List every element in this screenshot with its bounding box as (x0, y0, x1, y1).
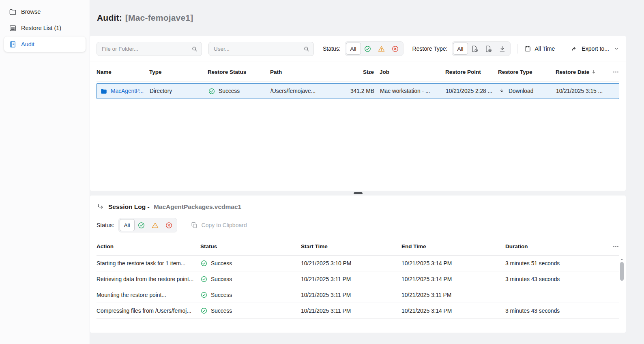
file-search-input[interactable] (97, 42, 202, 56)
file-clock-icon (471, 45, 479, 53)
file-search (97, 42, 202, 56)
status-filter-success-button[interactable] (361, 43, 375, 55)
splitter-handle[interactable] (354, 192, 363, 194)
file-plus-icon (485, 45, 492, 53)
scrollbar-thumb[interactable] (620, 262, 624, 281)
app-window: Browse Restore List (1) Audit Audit: [Ma… (0, 0, 644, 344)
more-options-icon (612, 69, 619, 75)
success-icon (200, 291, 208, 299)
sidebar: Browse Restore List (1) Audit (0, 0, 90, 344)
restore-type-all-button[interactable]: All (453, 43, 468, 55)
status-text: Success (211, 260, 232, 267)
restore-type-text: Download (509, 88, 533, 94)
column-header-size[interactable]: Size (347, 69, 380, 75)
page-title-prefix: Audit: (97, 13, 122, 23)
end-time-cell: 10/21/2025 3:14 PM (401, 308, 505, 314)
start-time-cell: 10/21/2025 3:10 PM (301, 260, 401, 267)
status-filter-error-button[interactable] (389, 43, 402, 55)
download-icon (498, 88, 505, 95)
column-header-name[interactable]: Name (97, 69, 149, 75)
column-options-header[interactable] (608, 69, 619, 75)
list-item[interactable]: Compressing files from /Users/femoj... S… (97, 303, 619, 319)
success-icon (364, 45, 371, 53)
success-icon (200, 275, 208, 283)
restore-point-cell: 10/21/2025 2:28 ... (446, 88, 498, 94)
list-item[interactable]: Mounting the restore point... Success 10… (97, 287, 619, 303)
page-title-target: [Mac-femojave1] (125, 13, 193, 23)
column-header-action[interactable]: Action (97, 243, 200, 249)
success-icon (200, 260, 208, 267)
audit-toolbar: Status: All Restore Type: All (90, 36, 626, 62)
user-search-input[interactable] (208, 42, 314, 56)
column-header-end-time[interactable]: End Time (401, 243, 505, 249)
status-cell: Success (200, 260, 301, 267)
restore-status-cell: Success (208, 88, 270, 95)
status-cell: Success (200, 307, 301, 314)
more-options-icon (612, 243, 619, 250)
status-text: Success (211, 292, 232, 298)
caret-up-icon (620, 257, 624, 262)
restore-type-filter-label: Restore Type: (412, 45, 448, 52)
column-header-duration[interactable]: Duration (505, 243, 603, 249)
session-status-filter-group: All (118, 218, 177, 232)
panel-splitter[interactable] (90, 191, 626, 196)
column-header-path[interactable]: Path (270, 69, 347, 75)
session-log-header: Session Log - MacAgentPackages.vcdmac1 (90, 196, 626, 212)
end-time-cell: 10/21/2025 3:11 PM (401, 292, 505, 298)
restore-type-restore-button[interactable] (468, 43, 482, 55)
column-header-start-time[interactable]: Start Time (301, 243, 401, 249)
sort-descending-icon (591, 69, 597, 75)
column-header-restore-point[interactable]: Restore Point (445, 69, 498, 75)
filters-divider (184, 220, 184, 230)
column-header-status[interactable]: Status (200, 243, 301, 249)
duration-cell: 3 minutes 51 seconds (505, 260, 603, 267)
column-header-restore-status[interactable]: Restore Status (208, 69, 270, 75)
column-header-type[interactable]: Type (149, 69, 208, 75)
column-options-header[interactable] (603, 243, 619, 250)
status-cell: Success (200, 275, 301, 283)
start-time-cell: 10/21/2025 3:11 PM (301, 292, 401, 298)
list-icon (9, 24, 17, 32)
sidebar-item-restore-list[interactable]: Restore List (1) (4, 20, 86, 36)
error-icon (391, 45, 399, 53)
status-filter-warning-button[interactable] (375, 43, 389, 55)
status-filter-all-button[interactable]: All (346, 43, 361, 55)
copy-to-clipboard-button[interactable]: Copy to Clipboard (191, 221, 247, 229)
column-header-job[interactable]: Job (380, 69, 445, 75)
session-status-success-button[interactable] (135, 219, 148, 231)
sidebar-item-label: Restore List (1) (21, 25, 61, 31)
list-item[interactable]: Starting the restore task for 1 item... … (97, 256, 619, 271)
table-row[interactable]: MacAgentP... Directory Success /Users/fe… (97, 83, 619, 99)
main-content: Audit: [Mac-femojave1] Status: All (90, 0, 644, 344)
sidebar-item-audit[interactable]: Audit (4, 37, 86, 52)
session-status-all-button[interactable]: All (120, 219, 135, 231)
action-cell: Starting the restore task for 1 item... (97, 260, 200, 267)
calendar-icon (524, 45, 531, 52)
start-time-cell: 10/21/2025 3:11 PM (301, 276, 401, 282)
column-header-restore-date[interactable]: Restore Date (556, 69, 608, 75)
action-cell: Mounting the restore point... (97, 292, 200, 298)
restore-date-cell: 10/21/2025 3:15 ... (556, 88, 609, 94)
session-arrow-icon (97, 203, 104, 211)
restore-type-download-button[interactable] (496, 43, 509, 55)
scrollbar[interactable] (619, 256, 625, 329)
session-status-error-button[interactable] (162, 219, 176, 231)
session-status-warning-button[interactable] (148, 219, 162, 231)
end-time-cell: 10/21/2025 3:14 PM (401, 260, 505, 267)
toolbar-divider (517, 44, 517, 54)
session-log-title-name: MacAgentPackages.vcdmac1 (154, 203, 241, 210)
type-cell: Directory (150, 88, 208, 94)
session-log-table-header: Action Status Start Time End Time Durati… (90, 237, 626, 255)
file-name-link[interactable]: MacAgentP... (111, 88, 144, 94)
scroll-up-icon[interactable] (620, 256, 624, 262)
export-button[interactable]: Export to... (571, 45, 619, 52)
time-filter-button[interactable]: All Time (524, 45, 555, 52)
list-item[interactable]: Retrieving data from the restore point..… (97, 271, 619, 287)
export-arrow-icon (571, 45, 578, 52)
name-cell[interactable]: MacAgentP... (97, 88, 150, 95)
size-cell: 341.2 MB (348, 88, 380, 94)
download-icon (498, 45, 506, 53)
restore-type-keep-button[interactable] (482, 43, 496, 55)
sidebar-item-browse[interactable]: Browse (4, 4, 86, 19)
column-header-restore-type[interactable]: Restore Type (498, 69, 556, 75)
